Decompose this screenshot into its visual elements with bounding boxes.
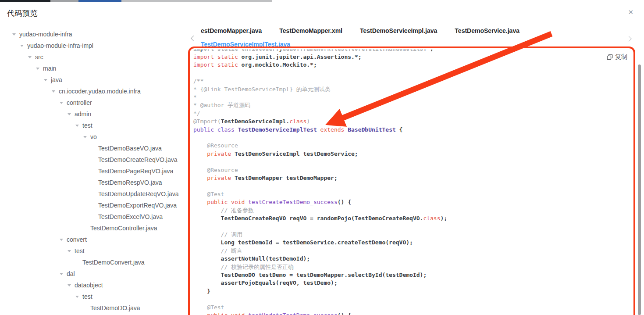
tree-node-label: TestDemoDO.java (90, 304, 140, 311)
chrome-segment (272, 0, 644, 2)
tab-estDemoMapper.java[interactable]: estDemoMapper.java (201, 25, 262, 38)
tree-node[interactable]: yudao-module-infra (12, 29, 188, 40)
tree-node-label: yudao-module-infra (19, 31, 72, 38)
tree-node[interactable]: vo (12, 131, 188, 143)
caret-down-icon[interactable] (60, 239, 63, 241)
caret-down-icon[interactable] (28, 56, 32, 58)
code-token: testCreateTestDemo_success (248, 199, 338, 205)
close-icon[interactable]: ✕ (628, 9, 633, 15)
file-tree: yudao-module-infrayudao-module-infra-imp… (12, 29, 188, 314)
code-token: */ (193, 110, 200, 117)
tree-node-label: dal (67, 270, 75, 277)
code-line: // 断言 (193, 247, 633, 255)
caret-down-icon[interactable] (44, 79, 47, 81)
tree-node[interactable]: TestDemoUpdateReqVO.java (12, 188, 188, 200)
code-token: TestDemoServiceImpl testDemoService; (231, 150, 358, 157)
code-line: * @author 芋道源码 (193, 101, 633, 109)
caret-down-icon[interactable] (68, 284, 71, 286)
caret-down-icon[interactable] (60, 273, 63, 275)
scrollbar-thumb[interactable] (638, 64, 641, 315)
clipped-code-line: import static cn.iocoder.yudao.framework… (193, 50, 633, 53)
code-token: assertNotNull(testDemoId); (193, 255, 310, 262)
tree-node[interactable]: admin (12, 108, 188, 120)
code-token: /** (193, 78, 203, 84)
tree-node[interactable]: TestDemoRespVO.java (12, 177, 188, 188)
code-token: public class (193, 126, 238, 133)
caret-down-icon[interactable] (68, 113, 71, 115)
tree-node[interactable]: TestDemoPageReqVO.java (12, 165, 188, 177)
tree-node[interactable]: src (12, 51, 188, 63)
tree-node[interactable]: controller (12, 97, 188, 108)
code-line: /** (193, 77, 633, 85)
code-token: * @author 芋道源码 (193, 102, 250, 108)
code-token: testUpdateTestDemo_success (248, 312, 338, 315)
tree-node-label: TestDemoRespVO.java (98, 179, 162, 186)
caret-down-icon[interactable] (83, 136, 87, 138)
code-line: // 校验记录的属性是否正确 (193, 263, 633, 271)
caret-down-icon[interactable] (12, 33, 16, 36)
code-token: * (193, 94, 197, 100)
caret-down-icon[interactable] (36, 68, 39, 70)
tree-node-label: TestDemoBaseVO.java (98, 145, 162, 152)
copy-label: 复制 (615, 53, 627, 61)
code-line: * {@link TestDemoServiceImpl} 的单元测试类 (193, 86, 633, 93)
tree-node[interactable]: main (12, 63, 188, 74)
tree-node[interactable]: yudao-module-infra-impl (12, 40, 188, 51)
tree-node-label: admin (75, 111, 91, 118)
tree-node[interactable]: convert (12, 234, 188, 245)
browser-chrome-strip (0, 0, 644, 2)
caret-down-icon[interactable] (68, 250, 71, 252)
tree-node[interactable]: TestDemoDO.java (12, 302, 188, 314)
tree-node-label: TestDemoConvert.java (82, 259, 145, 266)
code-token: private (207, 175, 231, 181)
tree-node-label: main (43, 65, 56, 72)
tab-TestDemoMapper.xml[interactable]: TestDemoMapper.xml (279, 25, 342, 38)
code-token: // 调用 (193, 231, 242, 238)
caret-down-icon[interactable] (75, 125, 79, 127)
copy-button[interactable]: 复制 (607, 53, 627, 61)
code-line: Long testDemoId = testDemoService.create… (193, 239, 633, 247)
caret-down-icon[interactable] (20, 45, 24, 47)
tree-node[interactable]: TestDemoBaseVO.java (12, 143, 188, 154)
tab-TestDemoService.java[interactable]: TestDemoService.java (455, 25, 519, 38)
tree-node[interactable]: dal (12, 268, 188, 279)
copy-icon (607, 54, 613, 60)
tree-node[interactable]: TestDemoController.java (12, 222, 188, 234)
tree-node[interactable]: java (12, 74, 188, 86)
code-token: BaseDbUnitTest (348, 126, 396, 133)
tree-node[interactable]: dataobject (12, 279, 188, 291)
code-token: // 校验记录的属性是否正确 (193, 264, 294, 270)
tree-node[interactable]: test (12, 120, 188, 131)
tree-node[interactable]: TestDemoExcelVO.java (12, 211, 188, 222)
code-line (193, 295, 633, 303)
code-line: @Import(TestDemoServiceImpl.class) (193, 118, 633, 125)
tabs-prev-icon[interactable] (191, 36, 196, 41)
tree-node-label: yudao-module-infra-impl (27, 42, 93, 49)
code-token: TestDemoServiceImpl. (221, 118, 290, 125)
code-token: @Test (193, 191, 224, 197)
code-line (193, 183, 633, 190)
code-line: // 准备参数 (193, 207, 633, 215)
caret-down-icon[interactable] (52, 90, 55, 93)
code-token: { (396, 126, 403, 133)
code-token: public void (207, 199, 248, 205)
tab-TestDemoServiceImpl.java[interactable]: TestDemoServiceImpl.java (360, 25, 437, 38)
tree-node[interactable]: TestDemoConvert.java (12, 257, 188, 268)
code-line: assertNotNull(testDemoId); (193, 255, 633, 263)
tree-node[interactable]: test (12, 245, 188, 257)
tree-node[interactable]: test (12, 291, 188, 302)
code-token: @Resource (193, 142, 238, 149)
tree-node[interactable]: TestDemoCreateReqVO.java (12, 154, 188, 165)
chrome-segment (0, 0, 50, 2)
code-token: org.mockito.Mockito.*; (238, 61, 317, 68)
tree-node-label: controller (67, 99, 92, 106)
code-token: class (289, 118, 306, 125)
caret-down-icon[interactable] (75, 296, 79, 298)
chrome-segment (121, 0, 272, 2)
code-token: } (193, 288, 210, 294)
caret-down-icon[interactable] (60, 102, 63, 104)
tree-node[interactable]: cn.iocoder.yudao.module.infra (12, 86, 188, 97)
dialog-title: 代码预览 (7, 8, 38, 18)
tree-node[interactable]: TestDemoExportReqVO.java (12, 200, 188, 211)
tree-node-label: test (75, 247, 85, 254)
